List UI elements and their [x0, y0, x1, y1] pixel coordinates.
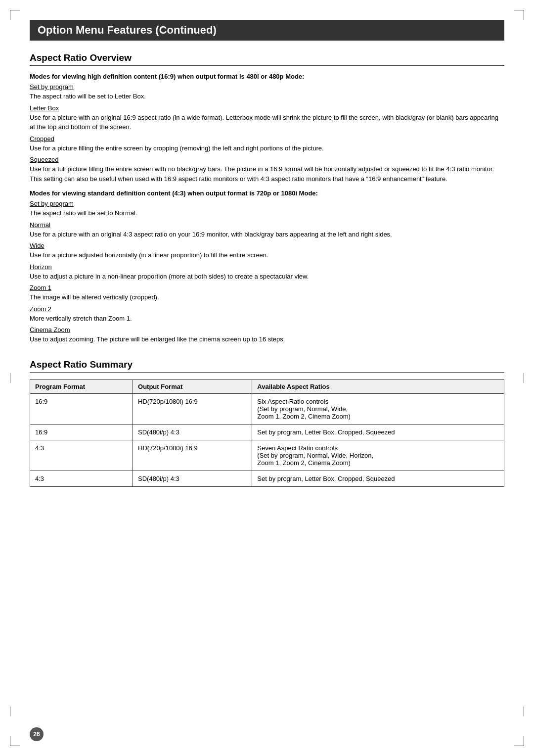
table-cell-available-ratios: Seven Aspect Ratio controls(Set by progr… — [252, 440, 504, 471]
sd-mode-description: The image will be altered vertically (cr… — [30, 292, 504, 302]
section-aspect-ratio-overview: Aspect Ratio Overview Modes for viewing … — [30, 52, 504, 344]
hd-mode-label: Cropped — [30, 135, 504, 142]
hd-mode-description: The aspect ratio will be set to Letter B… — [30, 92, 504, 101]
sd-mode-description: More vertically stretch than Zoom 1. — [30, 314, 504, 324]
table-cell-program-format: 4:3 — [30, 471, 133, 486]
corner-mark-tl — [10, 10, 20, 20]
page-title-box: Option Menu Features (Continued) — [30, 20, 504, 41]
hd-mode-description: Use for a picture filling the entire scr… — [30, 143, 504, 153]
table-cell-available-ratios: Set by program, Letter Box, Cropped, Squ… — [252, 471, 504, 486]
summary-table-body: 16:9HD(720p/1080i) 16:9Six Aspect Ratio … — [30, 393, 504, 486]
hd-mode-description: Use for a picture with an original 16:9 … — [30, 113, 504, 132]
table-cell-available-ratios: Set by program, Letter Box, Cropped, Squ… — [252, 424, 504, 440]
side-mark-bottom-left — [10, 707, 10, 716]
table-row: 16:9HD(720p/1080i) 16:9Six Aspect Ratio … — [30, 393, 504, 424]
table-cell-program-format: 16:9 — [30, 424, 133, 440]
hd-modes-title: Modes for viewing high definition conten… — [30, 73, 504, 80]
sd-mode-label: Zoom 2 — [30, 305, 504, 313]
corner-mark-br — [514, 736, 524, 746]
col-header-program-format: Program Format — [30, 379, 133, 393]
table-cell-available-ratios: Six Aspect Ratio controls(Set by program… — [252, 393, 504, 424]
sd-mode-label: Normal — [30, 221, 504, 229]
sd-mode-description: Use to adjust zooming. The picture will … — [30, 334, 504, 344]
page-title: Option Menu Features (Continued) — [38, 24, 496, 37]
col-header-output-format: Output Format — [133, 379, 252, 393]
section1-title: Aspect Ratio Overview — [30, 52, 504, 66]
summary-table: Program Format Output Format Available A… — [30, 379, 504, 487]
hd-mode-label: Set by program — [30, 83, 504, 91]
table-cell-program-format: 16:9 — [30, 393, 133, 424]
page-number: 26 — [30, 727, 44, 741]
table-cell-output-format: SD(480i/p) 4:3 — [133, 424, 252, 440]
col-header-available-ratios: Available Aspect Ratios — [252, 379, 504, 393]
sd-mode-label: Zoom 1 — [30, 284, 504, 291]
sd-mode-label: Cinema Zoom — [30, 326, 504, 333]
table-cell-output-format: HD(720p/1080i) 16:9 — [133, 393, 252, 424]
table-row: 16:9SD(480i/p) 4:3Set by program, Letter… — [30, 424, 504, 440]
section-aspect-ratio-summary: Aspect Ratio Summary Program Format Outp… — [30, 359, 504, 487]
sd-mode-label: Horizon — [30, 263, 504, 271]
corner-mark-bl — [10, 736, 20, 746]
sd-mode-description: The aspect ratio will be set to Normal. — [30, 208, 504, 218]
hd-mode-label: Squeezed — [30, 156, 504, 163]
side-mark-bottom-right — [524, 707, 524, 716]
side-mark-right — [524, 373, 524, 383]
sd-mode-description: Use to adjust a picture in a non-linear … — [30, 272, 504, 282]
sd-modes-list: Set by programThe aspect ratio will be s… — [30, 200, 504, 344]
corner-mark-tr — [514, 10, 524, 20]
sd-modes-title: Modes for viewing standard definition co… — [30, 189, 504, 197]
sd-mode-description: Use for a picture with an original 4:3 a… — [30, 230, 504, 239]
side-mark-left — [10, 373, 10, 383]
table-cell-program-format: 4:3 — [30, 440, 133, 471]
table-row: 4:3HD(720p/1080i) 16:9Seven Aspect Ratio… — [30, 440, 504, 471]
hd-mode-label: Letter Box — [30, 104, 504, 112]
sd-mode-description: Use for a picture adjusted horizontally … — [30, 250, 504, 260]
table-row: 4:3SD(480i/p) 4:3Set by program, Letter … — [30, 471, 504, 486]
table-cell-output-format: HD(720p/1080i) 16:9 — [133, 440, 252, 471]
sd-mode-label: Set by program — [30, 200, 504, 207]
table-cell-output-format: SD(480i/p) 4:3 — [133, 471, 252, 486]
hd-modes-list: Set by programThe aspect ratio will be s… — [30, 83, 504, 184]
hd-mode-description: Use for a full picture filling the entir… — [30, 164, 504, 184]
sd-mode-label: Wide — [30, 242, 504, 249]
section2-title: Aspect Ratio Summary — [30, 359, 504, 373]
